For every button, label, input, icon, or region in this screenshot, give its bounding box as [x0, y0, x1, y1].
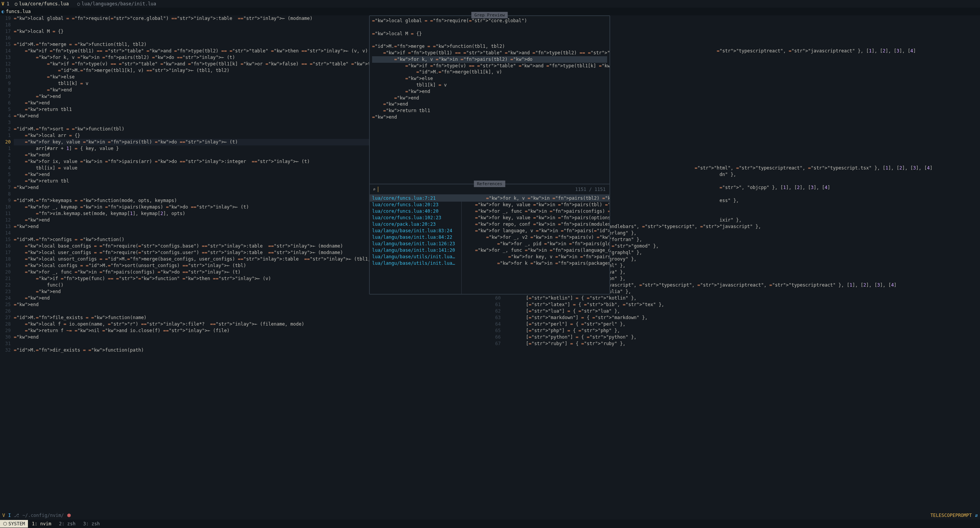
statusline: V I ⎇ ~/.config/nvim/ ⬢ TELESCOPEPROMPT …: [0, 511, 980, 520]
code-line[interactable]: [="str">"perl"] = { ="str">"perl" },: [504, 321, 980, 328]
code-line[interactable]: ="kw">end: [14, 295, 490, 301]
file-tab[interactable]: ◐ funcs.lua: [2, 8, 31, 15]
session-name: SYSTEM: [8, 521, 25, 527]
result-location[interactable]: lua/langu/base/init.lua:83:24: [370, 228, 461, 234]
tmux-window[interactable]: 3: zsh: [79, 520, 103, 527]
result-location[interactable]: lua/core/funcs.lua:102:23: [370, 215, 461, 221]
code-line[interactable]: ="kw">local f = io.open(name, ="str">"r"…: [14, 321, 490, 328]
tab-number: 1: [7, 1, 9, 7]
left-gutter: 1918171615141312111098765432120123456789…: [0, 15, 14, 511]
result-location[interactable]: lua/core/funcs.lua:20:23: [370, 202, 461, 208]
tmux-statusline: ⬡ SYSTEM 1: nvim2: zsh3: zsh: [0, 520, 980, 528]
buffer-tab-1[interactable]: ○ lua/core/funcs.lua: [11, 1, 72, 7]
code-line[interactable]: [="str">"python"] = { ="str">"python" },: [504, 334, 980, 341]
result-locations[interactable]: lua/core/funcs.lua:7:21lua/core/funcs.lu…: [370, 195, 462, 294]
preview-line: ="id">M.="fn">merge(tbl1[k], v): [372, 69, 607, 75]
code-line[interactable]: ="id">M.="fn">dir_exists = ="kw">functio…: [14, 347, 490, 354]
preview-line: ="kw">end: [372, 114, 607, 121]
result-location[interactable]: lua/langu/base/utils/init.lua…: [370, 254, 461, 260]
telescope-preview-title: Grep Preview: [471, 12, 508, 18]
telescope-prompt-title: References: [474, 181, 505, 187]
code-line[interactable]: ="id">M.="fn">file_exists = ="kw">functi…: [14, 315, 490, 321]
branch-icon: ⎇: [14, 512, 19, 519]
code-line[interactable]: [14, 308, 490, 315]
code-line[interactable]: ="kw">end: [14, 334, 490, 341]
mode-indicator: V: [2, 1, 4, 7]
telescope-preview[interactable]: ="kw">local global = ="fn">require(="str…: [369, 16, 610, 184]
code-line[interactable]: [="str">"php"] = { ="str">"php" },: [504, 328, 980, 334]
circle-icon: ○: [77, 1, 80, 7]
result-counter: 1151 / 1151: [575, 186, 606, 193]
buffer-path: lua/languages/base/init.lua: [82, 1, 156, 7]
preview-line: [372, 37, 607, 43]
preview-line: ="kw">if ="fn">type(v) == ="str">"table"…: [372, 63, 607, 69]
code-line[interactable]: [14, 341, 490, 347]
code-line[interactable]: [="str">"markdown"] = { ="str">"markdown…: [504, 315, 980, 321]
cwd-path: ~/.config/nvim/: [22, 512, 64, 519]
modified-icon: ⬢: [67, 512, 71, 519]
result-line[interactable]: ="kw">for _, pid ="kw">in ="fn">pairs(gl…: [462, 241, 609, 247]
code-line[interactable]: [="str">"kotlin"] = { ="str">"kotlin" },: [504, 295, 980, 301]
buffer-path: lua/core/funcs.lua: [19, 1, 69, 7]
result-line[interactable]: ="kw">for key, v ="kw">in ="fn">pairs(pa…: [462, 254, 609, 260]
result-location[interactable]: lua/langu/base/utils/init.lua…: [370, 260, 461, 267]
editor-area: 1918171615141312111098765432120123456789…: [0, 15, 980, 511]
circle-icon: ○: [15, 1, 17, 7]
result-location[interactable]: lua/core/pack.lua:20:23: [370, 221, 461, 228]
preview-line: tbl1[k] = v: [372, 82, 607, 88]
result-line[interactable]: ="kw">for key, value ="kw">in ="fn">pair…: [462, 202, 609, 208]
preview-line: ="kw">for k, v ="kw">in ="fn">pairs(tbl2…: [372, 56, 607, 63]
telescope-picker: Grep Preview ="kw">local global = ="fn">…: [369, 15, 610, 295]
search-icon: ⌕: [373, 186, 376, 193]
result-line[interactable]: ="kw">for language, v ="kw">in ="fn">pai…: [462, 228, 609, 234]
preview-line: ="kw">local M = {}: [372, 31, 607, 37]
preview-line: ="kw">end: [372, 88, 607, 95]
preview-line: [372, 24, 607, 31]
bufferline: V 1 ○ lua/core/funcs.lua ○ lua/languages…: [0, 0, 980, 8]
tmux-window[interactable]: 1: nvim: [28, 520, 55, 527]
lua-icon: ◐: [2, 8, 4, 15]
result-location[interactable]: lua/core/funcs.lua:40:20: [370, 208, 461, 215]
insert-icon: I: [8, 512, 11, 519]
result-location[interactable]: lua/langu/base/init.lua:84:22: [370, 234, 461, 241]
tmux-session[interactable]: ⬡ SYSTEM: [0, 520, 28, 528]
result-line[interactable]: ="kw">for _, v2 ="kw">in ="fn">pairs(v) …: [462, 234, 609, 241]
result-line[interactable]: ="kw">for _, func ="kw">in ="fn">pairs(c…: [462, 208, 609, 215]
code-line[interactable]: [="str">"ruby"] = { ="str">"ruby" },: [504, 341, 980, 347]
preview-line: ="id">M.="fn">merge = ="kw">function(tbl…: [372, 43, 607, 50]
preview-line: ="kw">end: [372, 95, 607, 101]
code-line[interactable]: [="str">"latex"] = { ="str">"bib", ="str…: [504, 301, 980, 308]
result-location[interactable]: lua/langu/base/init.lua:141:20: [370, 247, 461, 254]
session-icon: ⬡: [3, 521, 7, 527]
code-line[interactable]: ="kw">return f ~= ="kw">nil ="kw">and io…: [14, 328, 490, 334]
preview-line: ="kw">else: [372, 75, 607, 82]
prompt-cursor: ▏: [378, 186, 381, 193]
tmux-window[interactable]: 2: zsh: [55, 520, 79, 527]
result-location[interactable]: lua/core/funcs.lua:7:21: [370, 195, 461, 202]
code-line[interactable]: [="str">"lua"] = { ="str">"lua" },: [504, 308, 980, 315]
result-line[interactable]: ="kw">for key, value ="kw">in ="fn">pair…: [462, 215, 609, 221]
result-line[interactable]: ="kw">for _, func ="kw">in ="fn">pairs(l…: [462, 247, 609, 254]
preview-line: ="kw">local global = ="fn">require(="str…: [372, 18, 607, 24]
preview-line: ="kw">if ="fn">type(tbl1) == ="str">"tab…: [372, 50, 607, 56]
preview-line: ="kw">end: [372, 101, 607, 108]
sort-icon: ⇵: [975, 512, 978, 519]
result-line[interactable]: ="kw">for k ="kw">in ="fn">pairs(package…: [462, 260, 609, 267]
result-line[interactable]: ="kw">for repo, conf ="kw">in ="fn">pair…: [462, 221, 609, 228]
filename: funcs.lua: [6, 8, 31, 15]
preview-line: ="kw">return tbl1: [372, 108, 607, 114]
code-line[interactable]: ="kw">end: [14, 301, 490, 308]
result-line[interactable]: ="kw">for k, v ="kw">in ="fn">pairs(tbl2…: [462, 195, 609, 202]
mode-icon: V: [2, 512, 5, 519]
telescope-results[interactable]: lua/core/funcs.lua:7:21lua/core/funcs.lu…: [369, 195, 610, 294]
result-lines[interactable]: ="kw">for k, v ="kw">in ="fn">pairs(tbl2…: [462, 195, 609, 294]
result-location[interactable]: lua/langu/base/init.lua:126:23: [370, 241, 461, 247]
buffer-tab-2[interactable]: ○ lua/languages/base/init.lua: [74, 1, 159, 7]
filetype-label: TELESCOPEPROMPT: [930, 512, 972, 519]
